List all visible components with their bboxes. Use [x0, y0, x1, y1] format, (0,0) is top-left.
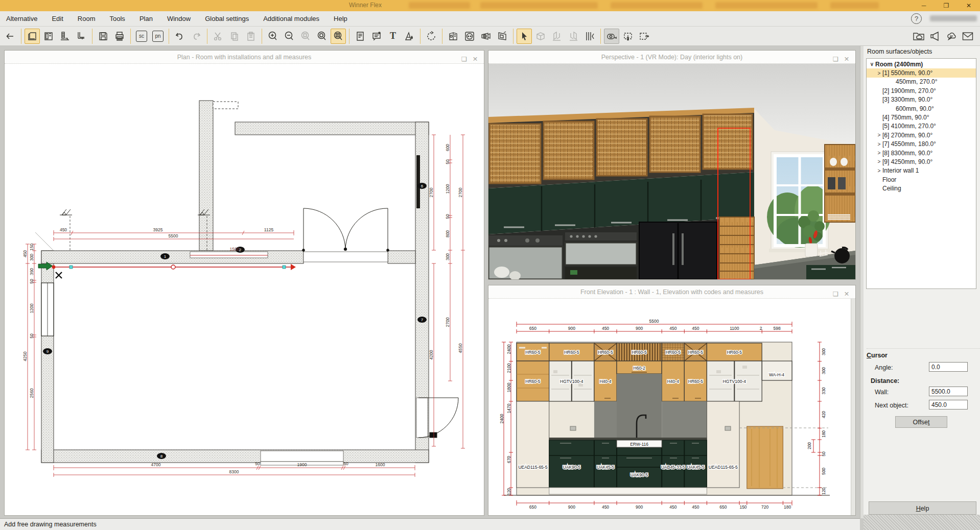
elevation-canvas[interactable]: 5500 650 900 450 900 450 450 1100 2 598 … — [488, 299, 855, 515]
elevation-list-view-icon[interactable] — [57, 29, 73, 44]
walls-3d-back-icon[interactable] — [566, 29, 581, 44]
svg-text:300: 300 — [821, 348, 826, 355]
rotate-icon[interactable] — [424, 29, 439, 44]
sc-tool-icon[interactable]: sc — [134, 29, 149, 44]
back-icon[interactable] — [3, 29, 18, 44]
print-icon[interactable] — [112, 29, 127, 44]
svg-text:2: 2 — [760, 326, 762, 331]
menu-window[interactable]: Window — [160, 11, 198, 27]
tree-item-wall-2[interactable]: [2] 1900mm, 270.0° — [867, 86, 976, 95]
paste-icon[interactable] — [243, 29, 259, 44]
zoom-object-icon[interactable] — [298, 29, 313, 44]
tape-measure-icon[interactable] — [604, 29, 619, 44]
tree-item-wall-1[interactable]: >[1] 5500mm, 90.0° — [867, 68, 976, 77]
toolbar-separator — [349, 29, 349, 44]
orbit-3d-icon[interactable] — [533, 29, 548, 44]
elevation-scrollbar[interactable] — [851, 299, 855, 515]
mail-icon[interactable] — [960, 29, 975, 44]
color-fill-icon[interactable] — [402, 29, 417, 44]
dimension-extend-icon[interactable] — [637, 29, 652, 44]
chevron-right-icon[interactable]: > — [876, 70, 882, 76]
plan-view-icon[interactable] — [25, 29, 40, 44]
zoom-in-icon[interactable] — [265, 29, 281, 44]
elevation-view-icon[interactable] — [41, 29, 56, 44]
zoom-all-icon[interactable] — [314, 29, 330, 44]
plan-measure-handles[interactable] — [38, 262, 296, 278]
chevron-right-icon[interactable]: > — [876, 168, 882, 174]
minimize-button[interactable]: ─ — [913, 0, 935, 11]
close-button[interactable]: ✕ — [958, 0, 980, 11]
menu-global-settings[interactable]: Global settings — [198, 11, 256, 27]
socket-icon[interactable] — [462, 29, 477, 44]
perspective-canvas[interactable] — [488, 64, 855, 279]
perspective-close-icon[interactable]: ✕ — [842, 53, 851, 62]
elevation-maximize-icon[interactable]: ❏ — [831, 287, 840, 297]
cloud-chat-icon[interactable] — [944, 29, 959, 44]
maximize-button[interactable]: ❐ — [935, 0, 958, 11]
angle-input[interactable] — [929, 362, 968, 372]
tree-item-wall-5[interactable]: [5] 4100mm, 270.0° — [867, 122, 976, 131]
copy-icon[interactable] — [227, 29, 242, 44]
offset-button[interactable]: Offset — [895, 416, 947, 428]
chevron-right-icon[interactable]: > — [876, 159, 882, 164]
menu-additional-modules[interactable]: Additional modules — [256, 11, 326, 27]
menu-tools[interactable]: Tools — [103, 11, 132, 27]
save-icon[interactable] — [96, 29, 111, 44]
zoom-window-icon[interactable] — [331, 29, 346, 44]
pn-tool-icon[interactable]: pn — [150, 29, 166, 44]
tree-item-interior-wall[interactable]: >Interior wall 1 — [867, 166, 976, 175]
chevron-down-icon[interactable]: ∨ — [869, 61, 875, 67]
walls-3d-icon[interactable] — [549, 29, 565, 44]
perspective-panel-icon[interactable] — [495, 29, 510, 44]
tree-item-ceiling[interactable]: Ceiling — [867, 184, 976, 192]
tree-item-wall-8[interactable]: >[8] 8300mm, 90.0° — [867, 149, 976, 157]
text-tool-icon[interactable]: T — [385, 29, 401, 44]
pointer-icon[interactable] — [517, 29, 532, 44]
corner-view-icon[interactable] — [74, 29, 89, 44]
menu-help[interactable]: Help — [326, 11, 355, 27]
menu-alternative[interactable]: Alternative — [0, 11, 44, 27]
tree-item-seg-600[interactable]: 600mm, 90.0° — [867, 104, 976, 113]
tree-item-wall-7[interactable]: >[7] 4550mm, 180.0° — [867, 140, 976, 149]
perspective-maximize-icon[interactable]: ❏ — [831, 53, 840, 62]
dimension-point-icon[interactable] — [620, 29, 636, 44]
wall-distance-input[interactable] — [929, 387, 968, 396]
tree-item-wall-3[interactable]: [3] 3300mm, 90.0° — [867, 95, 976, 104]
cut-icon[interactable] — [211, 29, 226, 44]
announcement-icon[interactable] — [927, 29, 943, 44]
svg-text:120: 120 — [821, 488, 826, 495]
elevation-close-icon[interactable]: ✕ — [842, 287, 851, 297]
tree-item-seg-450[interactable]: 450mm, 270.0° — [867, 78, 976, 86]
menu-room[interactable]: Room — [71, 11, 103, 27]
redacted-text — [715, 2, 818, 9]
plan-dimension-labels: 450 3925 1125 5500 1500 150 300 450 390 … — [22, 144, 463, 474]
cabinet-3d-icon[interactable] — [446, 29, 461, 44]
tree-item-wall-6[interactable]: >[6] 2700mm, 90.0° — [867, 131, 976, 139]
zoom-out-icon[interactable] — [282, 29, 297, 44]
comment-icon[interactable] — [369, 29, 384, 44]
tree-item-wall-9[interactable]: >[9] 4250mm, 90.0° — [867, 157, 976, 166]
plan-close-icon[interactable]: ✕ — [471, 53, 480, 62]
resize-grip[interactable] — [864, 515, 980, 530]
menu-plan[interactable]: Plan — [132, 11, 160, 27]
chevron-right-icon[interactable]: > — [876, 141, 882, 147]
next-object-input[interactable] — [929, 400, 968, 409]
tree-item-wall-4[interactable]: [4] 750mm, 90.0° — [867, 113, 976, 122]
redo-icon[interactable] — [189, 29, 204, 44]
undo-icon[interactable] — [172, 29, 188, 44]
chevron-right-icon[interactable]: > — [876, 150, 882, 156]
camera-icon[interactable] — [478, 29, 494, 44]
plan-maximize-icon[interactable]: ❏ — [459, 53, 469, 62]
svg-text:180: 180 — [784, 504, 791, 510]
panel-splitter[interactable] — [860, 46, 864, 518]
cloud-folder-icon[interactable] — [911, 29, 926, 44]
note-icon[interactable] — [353, 29, 368, 44]
parallel-measure-icon[interactable] — [582, 29, 597, 44]
chevron-right-icon[interactable]: > — [876, 132, 882, 138]
tree-item-floor[interactable]: Floor — [867, 175, 976, 184]
menu-edit[interactable]: Edit — [44, 11, 70, 27]
help-button[interactable]: Help — [869, 501, 976, 515]
plan-canvas[interactable]: 1 2 6 7 8 9 — [5, 64, 484, 515]
tree-item-room[interactable]: ∨Room (2400mm) — [867, 60, 976, 68]
help-icon[interactable]: ? — [911, 13, 922, 24]
